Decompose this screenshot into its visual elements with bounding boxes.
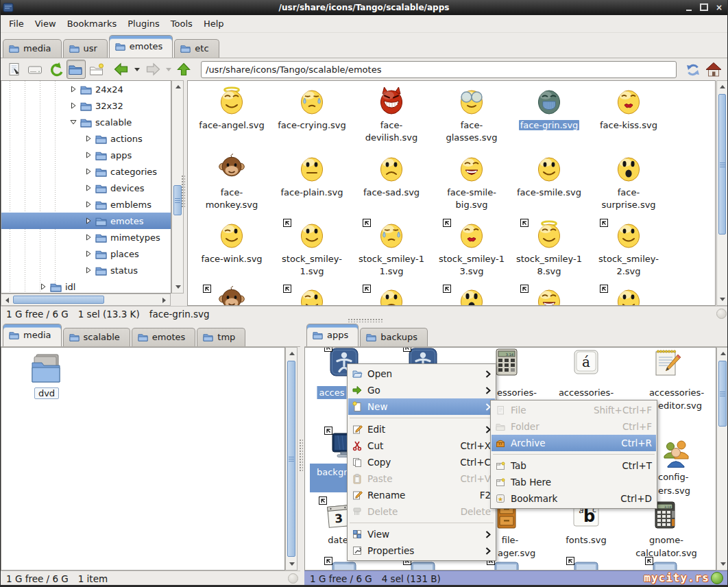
file-item-face-smile.svg[interactable]: face-smile.svg xyxy=(511,152,587,199)
top-tab-usr[interactable]: usr xyxy=(63,39,108,58)
file-item-dvd[interactable]: dvd xyxy=(26,353,67,399)
tree-item-idl[interactable]: idl xyxy=(1,278,171,294)
expander-closed-icon[interactable] xyxy=(70,86,77,93)
expander-closed-icon[interactable] xyxy=(40,283,47,290)
app-file-icon-users[interactable] xyxy=(661,438,692,469)
file-item-partial[interactable] xyxy=(353,285,430,306)
tree-item-apps[interactable]: apps xyxy=(1,147,171,163)
expander-closed-icon[interactable] xyxy=(85,168,92,175)
scrollbar-thumb[interactable] xyxy=(287,361,295,557)
file-item-face-monkey.svg[interactable]: face-monkey.svg xyxy=(193,152,270,211)
scrollbar-thumb[interactable] xyxy=(718,94,726,235)
br-tab-backups[interactable]: backups xyxy=(360,328,428,346)
tree-item-scalable[interactable]: scalable xyxy=(1,114,171,130)
file-item-face-sad.svg[interactable]: face-sad.svg xyxy=(353,152,430,199)
folder-view-button[interactable] xyxy=(66,60,86,79)
file-item-face-grin.svg[interactable]: face-grin.svg xyxy=(511,85,587,132)
expander-open-icon[interactable] xyxy=(70,119,77,125)
bl-tab-tmp[interactable]: tmp xyxy=(197,328,245,346)
app-file-icon-partial[interactable] xyxy=(328,560,360,571)
file-item-face-angel.svg[interactable]: face-angel.svg xyxy=(193,85,270,132)
new-tab-folder-button[interactable] xyxy=(87,60,106,79)
forward-dropdown-chevron[interactable] xyxy=(164,60,173,79)
tree-item-actions[interactable]: actions xyxy=(1,130,171,147)
file-item-partial[interactable] xyxy=(433,285,510,306)
app-file-icon-character-key[interactable]: á xyxy=(570,347,602,378)
bl-tab-media[interactable]: media xyxy=(3,324,62,346)
scroll-down-arrow[interactable] xyxy=(718,559,728,569)
scroll-down-arrow[interactable] xyxy=(287,559,297,569)
tree-item-categories[interactable]: categories xyxy=(1,163,171,180)
context-menu-item-new[interactable]: New xyxy=(348,398,495,415)
bottom-panes-splitter[interactable] xyxy=(299,439,303,472)
file-item-face-devilish.svg[interactable]: face-devilish.svg xyxy=(353,85,430,144)
new-submenu-item-folder[interactable]: FolderCtrl+F xyxy=(492,418,656,435)
bl-vertical-scrollbar[interactable] xyxy=(285,347,298,571)
scroll-up-arrow[interactable] xyxy=(718,348,728,359)
expander-closed-icon[interactable] xyxy=(70,102,77,109)
app-file-icon-text-editor[interactable] xyxy=(651,347,682,378)
scroll-up-arrow[interactable] xyxy=(173,82,183,92)
app-file-icon-partial[interactable] xyxy=(649,560,681,571)
scroll-right-arrow[interactable] xyxy=(159,295,169,305)
expander-closed-icon[interactable] xyxy=(85,217,92,224)
tree-item-places[interactable]: places xyxy=(1,245,171,262)
scroll-up-arrow[interactable] xyxy=(287,348,297,359)
menubar-item-file[interactable]: File xyxy=(3,16,29,31)
tree-item-devices[interactable]: devices xyxy=(1,180,171,196)
tree-item-32x32[interactable]: 32x32 xyxy=(1,97,171,114)
pane-resize-handle[interactable] xyxy=(348,318,383,322)
tree-item-mimetypes[interactable]: mimetypes xyxy=(1,229,171,245)
tree-pane-splitter[interactable] xyxy=(181,175,185,208)
tree-item-24x24[interactable]: 24x24 xyxy=(1,81,171,97)
app-file-icon-partial[interactable] xyxy=(491,560,522,571)
back-button[interactable] xyxy=(112,60,131,79)
close-button[interactable]: × xyxy=(715,3,723,12)
reload-button[interactable] xyxy=(683,60,703,79)
br-vertical-scrollbar[interactable] xyxy=(716,347,728,571)
back-dropdown-chevron[interactable] xyxy=(132,60,142,79)
file-item-face-smile-big.svg[interactable]: face-smile-big.svg xyxy=(433,152,510,211)
new-submenu-item-tab[interactable]: TabCtrl+T xyxy=(492,457,656,474)
scrollbar-thumb[interactable] xyxy=(13,296,104,304)
file-item-face-crying.svg[interactable]: face-crying.svg xyxy=(274,85,350,132)
iconview-vertical-scrollbar[interactable] xyxy=(716,80,728,306)
tree-item-emblems[interactable]: emblems xyxy=(1,196,171,213)
drive-button[interactable] xyxy=(25,60,45,79)
context-menu-item-properties[interactable]: Properties xyxy=(348,542,495,559)
context-menu-item-go[interactable]: Go xyxy=(348,382,495,398)
file-item-face-plain.svg[interactable]: face-plain.svg xyxy=(274,152,350,199)
minimize-button[interactable] xyxy=(685,3,693,12)
file-item-stock_smiley-18.svg[interactable]: stock_smiley-18.svg xyxy=(511,219,587,278)
app-file-icon-partial[interactable] xyxy=(407,560,439,571)
menubar-item-help[interactable]: Help xyxy=(198,16,230,31)
context-menu-item-rename[interactable]: RenameF2 xyxy=(348,487,495,503)
titlebar[interactable]: /usr/share/icons/Tango/scalable/apps × xyxy=(1,0,727,15)
app-file-icon-partial[interactable] xyxy=(570,560,602,571)
file-item-partial[interactable] xyxy=(274,285,350,306)
home-button[interactable] xyxy=(704,60,723,79)
expander-closed-icon[interactable] xyxy=(85,135,92,142)
up-button[interactable] xyxy=(175,60,194,79)
file-item-face-glasses.svg[interactable]: face-glasses.svg xyxy=(433,85,510,144)
address-bar[interactable] xyxy=(201,61,677,78)
maximize-button[interactable] xyxy=(700,3,708,12)
menubar-item-bookmarks[interactable]: Bookmarks xyxy=(62,16,123,31)
bl-tab-emotes[interactable]: emotes xyxy=(132,328,195,346)
top-tab-etc[interactable]: etc xyxy=(174,39,219,58)
refresh-go-button[interactable] xyxy=(46,60,65,79)
top-tab-emotes[interactable]: emotes xyxy=(109,35,173,58)
file-item-stock_smiley-13.svg[interactable]: stock_smiley-13.svg xyxy=(433,219,510,278)
file-item-partial[interactable] xyxy=(511,285,587,306)
file-item-stock_smiley-1.svg[interactable]: stock_smiley-1.svg xyxy=(274,219,350,278)
context-menu-item-delete[interactable]: DeleteDelete xyxy=(348,503,495,520)
scroll-down-arrow[interactable] xyxy=(717,294,727,304)
context-menu-item-paste[interactable]: PasteCtrl+V xyxy=(348,470,495,487)
menubar-item-view[interactable]: View xyxy=(29,16,62,31)
file-item-stock_smiley-11.svg[interactable]: stock_smiley-11.svg xyxy=(353,219,430,278)
new-submenu-item-tab-here[interactable]: Tab Here xyxy=(492,474,656,490)
context-menu-item-view[interactable]: View xyxy=(348,526,495,542)
tree-item-status[interactable]: status xyxy=(1,262,171,278)
new-submenu-item-archive[interactable]: ArchiveCtrl+R xyxy=(492,435,656,451)
scrollbar-thumb[interactable] xyxy=(718,361,727,427)
